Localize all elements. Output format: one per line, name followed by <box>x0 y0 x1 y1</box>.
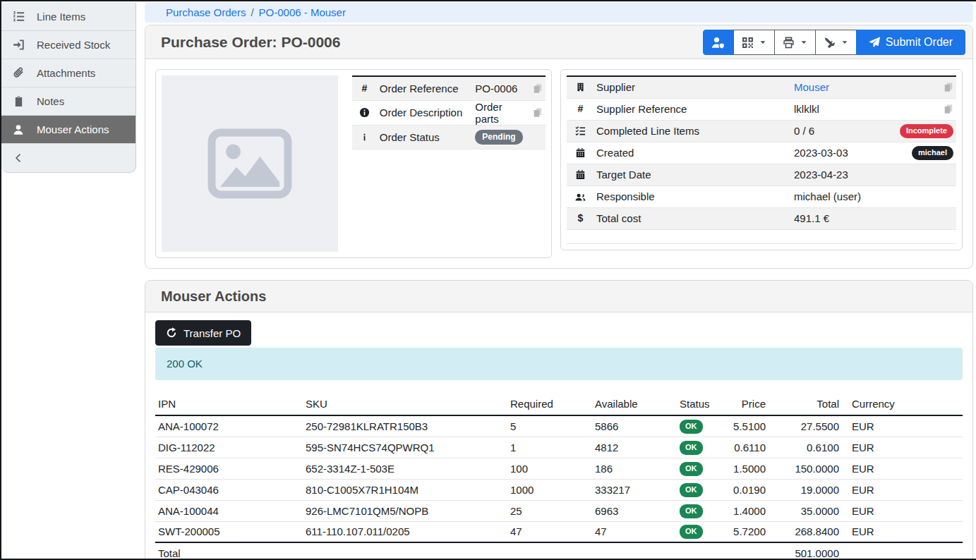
chevron-down-icon <box>759 39 766 46</box>
user-shield-icon <box>711 36 725 49</box>
transfer-po-label: Transfer PO <box>183 327 241 339</box>
line-items-table: IPN SKU Required Available Status Price … <box>155 395 963 560</box>
detail-label: Created <box>594 142 791 164</box>
supplier-details-card: Supplier Mouser # Supplier Refere <box>560 69 963 250</box>
tools-icon <box>824 37 836 49</box>
calendar-icon <box>567 164 594 185</box>
detail-row-completed-line-items: Completed Line Items 0 / 6 Incomplete <box>567 120 956 142</box>
print-actions-button[interactable] <box>774 30 816 55</box>
column-header-sku: SKU <box>303 395 507 415</box>
detail-value: 491.1 € <box>791 207 897 229</box>
status-alert: 200 OK <box>155 348 963 380</box>
cell-price: 1.4000 <box>726 500 769 521</box>
mouser-actions-panel-header: Mouser Actions <box>145 281 972 312</box>
paperclip-icon <box>11 67 26 79</box>
sidebar-item-mouser-actions[interactable]: Mouser Actions <box>1 116 135 144</box>
table-row: SWT-200005 611-110.107.011/0205 47 47 OK… <box>155 521 963 542</box>
cell-price: 0.0190 <box>726 479 769 500</box>
cell-currency: EUR <box>842 437 963 458</box>
barcode-actions-button[interactable] <box>733 30 775 55</box>
supplier-link[interactable]: Mouser <box>794 81 829 93</box>
copy-icon[interactable] <box>897 98 956 120</box>
cell-sku: 810-C1005X7R1H104M <box>303 479 507 500</box>
detail-label: Order Reference <box>377 76 473 100</box>
chevron-down-icon <box>841 39 848 46</box>
purchase-order-panel-header: Purchase Order: PO-0006 <box>145 25 972 59</box>
detail-value: 2023-03-03 <box>791 142 897 164</box>
cell-available: 333217 <box>592 479 677 500</box>
detail-value: PO-0006 <box>472 76 525 100</box>
order-details-card: # Order Reference PO-0006 <box>155 69 552 258</box>
sign-in-icon <box>11 39 26 51</box>
cell-ipn: ANA-100072 <box>155 415 303 437</box>
cell-sku: 652-3314Z-1-503E <box>303 458 507 479</box>
breadcrumb-separator: / <box>251 6 253 18</box>
sidebar-item-label: Line Items <box>37 11 85 23</box>
table-row: DIG-112022 595-SN74HCS74QPWRQ1 1 4812 OK… <box>155 437 963 458</box>
cell-status: OK <box>677 479 726 500</box>
transfer-po-button[interactable]: Transfer PO <box>155 320 251 346</box>
mouser-actions-title: Mouser Actions <box>161 288 266 305</box>
cell-required: 100 <box>507 458 592 479</box>
table-header-row: IPN SKU Required Available Status Price … <box>155 395 963 415</box>
breadcrumb-link-purchase-orders[interactable]: Purchase Orders <box>166 6 246 18</box>
status-badge: Pending <box>475 130 522 145</box>
column-header-ipn: IPN <box>155 395 303 415</box>
sidebar-item-received-stock[interactable]: Received Stock <box>1 31 135 59</box>
order-image-placeholder <box>162 75 338 252</box>
image-icon <box>207 128 293 199</box>
cell-price: 0.6110 <box>726 437 769 458</box>
copy-icon[interactable] <box>526 76 546 100</box>
breadcrumb-link-current-order[interactable]: PO-0006 - Mouser <box>259 6 346 18</box>
detail-label: Target Date <box>594 164 791 185</box>
detail-label: Total cost <box>594 207 791 229</box>
supplier-details-table: Supplier Mouser # Supplier Refere <box>567 75 956 244</box>
cell-total: 150.0000 <box>769 458 842 479</box>
detail-row-supplier-reference: # Supplier Reference lklklkl <box>567 98 956 120</box>
users-icon <box>567 185 594 207</box>
detail-label: Supplier <box>594 76 791 98</box>
column-header-total: Total <box>769 395 842 415</box>
detail-value: Order parts <box>472 100 525 125</box>
cell-status: OK <box>677 415 726 437</box>
detail-row-supplier: Supplier Mouser <box>567 76 956 98</box>
order-options-button[interactable] <box>815 30 857 55</box>
sidebar-collapse-button[interactable] <box>1 144 135 172</box>
mouser-actions-panel: Mouser Actions Transfer PO 200 OK <box>145 280 973 560</box>
cell-ipn: ANA-100044 <box>155 500 303 521</box>
copy-icon[interactable] <box>526 100 546 125</box>
sidebar: Line Items Received Stock Attachments No… <box>1 3 136 173</box>
copy-icon[interactable] <box>897 76 956 98</box>
sidebar-item-line-items[interactable]: Line Items <box>1 3 135 31</box>
order-toolbar: Submit Order <box>703 30 965 55</box>
printer-icon <box>783 37 795 49</box>
column-header-required: Required <box>507 395 592 415</box>
checklist-icon <box>567 120 594 142</box>
table-row: ANA-100044 926-LMC7101QM5/NOPB 25 6963 O… <box>155 500 963 521</box>
cell-available: 4812 <box>592 437 677 458</box>
table-row: RES-429006 652-3314Z-1-503E 100 186 OK 1… <box>155 458 963 479</box>
dollar-icon: $ <box>567 207 594 229</box>
cell-currency: EUR <box>842 500 963 521</box>
detail-row-order-status: Order Status Pending <box>352 125 546 149</box>
detail-value: michael (user) <box>791 185 897 207</box>
sidebar-item-label: Received Stock <box>37 39 110 51</box>
ok-badge: OK <box>680 462 703 476</box>
cell-available: 186 <box>592 458 677 479</box>
detail-row-target-date: Target Date 2023-04-23 <box>567 164 956 185</box>
column-header-currency: Currency <box>842 395 963 415</box>
submit-order-button[interactable]: Submit Order <box>856 30 965 55</box>
info-icon <box>352 125 377 149</box>
sidebar-item-label: Attachments <box>37 67 95 79</box>
ok-badge: OK <box>680 420 703 434</box>
sidebar-item-notes[interactable]: Notes <box>1 87 135 116</box>
column-header-status: Status <box>677 395 726 415</box>
calendar-icon <box>567 142 594 164</box>
ok-badge: OK <box>680 483 703 497</box>
cell-sku: 611-110.107.011/0205 <box>303 521 507 542</box>
admin-view-button[interactable] <box>703 30 734 55</box>
user-icon <box>11 124 26 135</box>
detail-value: 0 / 6 <box>791 120 897 142</box>
cell-total: 27.5500 <box>769 415 842 437</box>
sidebar-item-attachments[interactable]: Attachments <box>1 59 135 87</box>
